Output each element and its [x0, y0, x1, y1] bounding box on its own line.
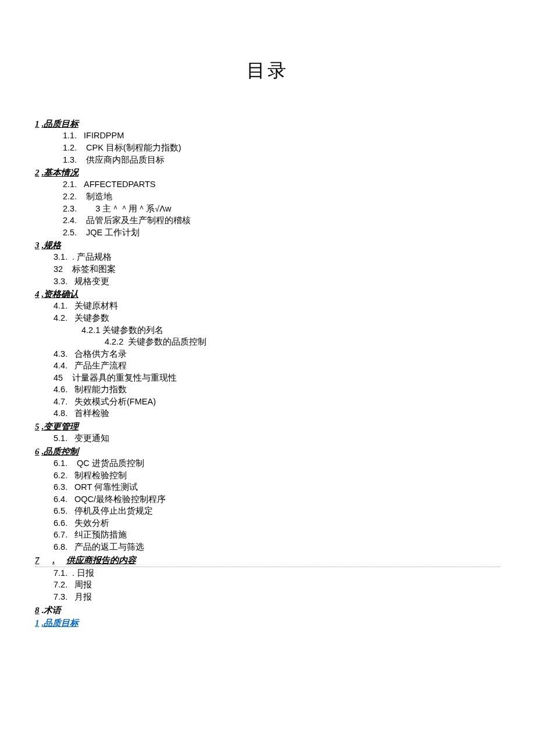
toc-num: 6.3. — [54, 482, 72, 493]
toc-num: 5 — [35, 422, 40, 431]
toc-item-7-2[interactable]: 7.2. 周报 — [54, 579, 500, 591]
toc-label: 规格变更 — [74, 277, 109, 286]
toc-label: 变更管理 — [44, 422, 79, 431]
toc-label: 3 主＾＾用＾系√Λw — [95, 204, 171, 213]
toc-item-2-4[interactable]: 2.4. 品管后家及生产制程的稽核 — [63, 215, 500, 227]
toc-heading-3[interactable]: 3 .规格 — [35, 239, 500, 251]
toc-label: 合格供方名录 — [74, 349, 127, 359]
toc-heading-4[interactable]: 4 .资格确认 — [35, 288, 500, 300]
toc-num: 4.7. — [54, 396, 72, 408]
toc-item-4-1[interactable]: 4.1. 关键原材料 — [54, 300, 500, 312]
toc-item-6-3[interactable]: 6.3. ORT 何靠性测试 — [54, 482, 500, 493]
toc-item-6-8[interactable]: 6.8. 产品的返工与筛选 — [54, 542, 500, 553]
toc-item-3-2[interactable]: 32标签和图案 — [54, 264, 500, 275]
toc-label: 品质控制 — [44, 447, 79, 456]
toc-num: 6.5. — [54, 506, 72, 517]
toc-item-2-5[interactable]: 2.5. JQE 工作计划 — [63, 227, 500, 239]
toc-item-6-7[interactable]: 6.7. 纠正预防措施 — [54, 529, 500, 541]
toc-num: 3 — [35, 241, 40, 250]
toc-num: 8 — [35, 605, 40, 615]
toc-label: 纠正预防措施 — [74, 530, 127, 539]
toc-label: 失效模式分析(FMEA) — [74, 397, 156, 406]
toc-item-3-1[interactable]: 3.1.. 产品规格 — [54, 252, 500, 263]
toc-item-4-4[interactable]: 4.4. 产品生产流程 — [54, 360, 500, 372]
toc-label: . 日报 — [72, 568, 94, 578]
toc-item-6-5[interactable]: 6.5. 停机及停止出货规定 — [54, 506, 500, 517]
toc-item-3-3[interactable]: 3.3. 规格变更 — [54, 276, 500, 288]
toc-item-6-1[interactable]: 6.1. QC 进货品质控制 — [54, 458, 500, 470]
toc-label: 术语 — [44, 605, 61, 615]
toc-label: 基本情况 — [44, 168, 79, 177]
toc-heading-6[interactable]: 6 .品质控制 — [35, 446, 500, 457]
toc-heading-5[interactable]: 5 .变更管理 — [35, 421, 500, 432]
toc-label: 周报 — [74, 580, 92, 589]
toc-num: 45 — [54, 372, 72, 384]
toc-label: 关键参数 — [74, 313, 109, 323]
toc-label: 品管后家及生产制程的稽核 — [86, 216, 191, 225]
toc-label: 标签和图案 — [72, 264, 116, 274]
toc-label: 关键参数的品质控制 — [128, 337, 206, 346]
toc-item-2-3[interactable]: 2.3. 3 主＾＾用＾系√Λw — [63, 203, 500, 215]
toc-item-5-1[interactable]: 5.1. 变更通知 — [54, 433, 500, 445]
toc-dot: . — [52, 556, 55, 565]
toc-item-7-1[interactable]: 7.1.. 日报 — [54, 568, 500, 579]
toc-num: 2.2. — [63, 191, 84, 203]
toc-label: 品质目标 — [44, 618, 79, 628]
toc-label: 失效分析 — [74, 518, 109, 528]
toc-heading-8[interactable]: 8 .术语 — [35, 604, 500, 616]
toc-item-6-6[interactable]: 6.6. 失效分析 — [54, 518, 500, 529]
toc-item-4-8[interactable]: 4.8. 首样检验 — [54, 408, 500, 420]
toc-label: . 产品规格 — [72, 252, 112, 261]
toc-item-4-7[interactable]: 4.7. 失效模式分析(FMEA) — [54, 396, 500, 408]
toc-label: 关键原材料 — [74, 301, 118, 310]
toc-label: 供应商报告的内容 — [66, 556, 136, 565]
toc-label: 制程检验控制 — [74, 471, 127, 480]
toc-item-4-2-2[interactable]: 4.2.2 关键参数的品质控制 — [105, 336, 500, 348]
toc-num: 6.7. — [54, 529, 72, 541]
toc-num: 7.3. — [54, 592, 72, 603]
toc-num: 4.1. — [54, 300, 72, 312]
toc-heading-2[interactable]: 2 .基本情况 — [35, 167, 500, 178]
toc-num: 4.2.2 — [105, 337, 123, 346]
toc-item-4-5[interactable]: 45计量器具的重复性与重现性 — [54, 372, 500, 384]
toc-num: 2.5. — [63, 227, 84, 239]
page-title: 目录 — [35, 58, 500, 83]
toc-num: 1.2. — [63, 142, 84, 154]
toc-label: 计量器具的重复性与重现性 — [72, 373, 177, 382]
toc-num: 32 — [54, 264, 72, 275]
toc-num: 4.6. — [54, 384, 72, 396]
toc-label: 制程能力指数 — [74, 385, 127, 394]
toc-num: 6 — [35, 447, 40, 456]
toc-num: 2 — [35, 168, 40, 177]
toc-num: 2.1. — [63, 179, 84, 191]
toc-label: OQC/最终检验控制程序 — [74, 495, 166, 504]
toc-heading-1[interactable]: 1 .品质目标 — [35, 118, 500, 130]
toc-item-4-2[interactable]: 4.2. 关键参数 — [54, 313, 500, 324]
toc-label: 产品生产流程 — [74, 361, 127, 370]
toc-num: 4 — [35, 289, 40, 299]
toc-num: 1 — [35, 618, 40, 628]
toc-item-4-2-1[interactable]: 4.2.1 关键参数的列名 — [81, 325, 500, 336]
toc-item-1-1[interactable]: 1.1.IFIRDPPM — [63, 130, 500, 142]
toc-label: 关键参数的列名 — [102, 325, 163, 335]
toc-item-7-3[interactable]: 7.3. 月报 — [54, 592, 500, 603]
toc-item-4-6[interactable]: 4.6. 制程能力指数 — [54, 384, 500, 396]
toc-num: 6.6. — [54, 518, 72, 529]
toc-num: 1.1. — [63, 130, 84, 142]
toc-num: 7.1. — [54, 568, 72, 579]
toc-item-1-2[interactable]: 1.2. CPK 目标(制程能力指数) — [63, 142, 500, 154]
toc-item-2-1[interactable]: 2.1.AFFECTEDPARTS — [63, 179, 500, 191]
toc-label: JQE 工作计划 — [86, 228, 140, 237]
toc-item-1-3[interactable]: 1.3. 供应商内部品质目标 — [63, 155, 500, 166]
toc-link-1-repeat[interactable]: 1 .品质目标 — [35, 617, 500, 629]
toc-item-2-2[interactable]: 2.2. 制造地 — [63, 191, 500, 203]
toc-num: 6.4. — [54, 494, 72, 506]
toc-item-6-4[interactable]: 6.4. OQC/最终检验控制程序 — [54, 494, 500, 506]
toc-item-4-3[interactable]: 4.3. 合格供方名录 — [54, 349, 500, 360]
toc-label: 制造地 — [86, 192, 112, 201]
toc-label: 品质目标 — [44, 119, 79, 128]
toc-heading-7[interactable]: 7 .供应商报告的内容 — [35, 554, 500, 567]
toc-item-6-2[interactable]: 6.2. 制程检验控制 — [54, 470, 500, 482]
toc-num: 1.3. — [63, 155, 84, 166]
toc-num: 4.2. — [54, 313, 72, 324]
